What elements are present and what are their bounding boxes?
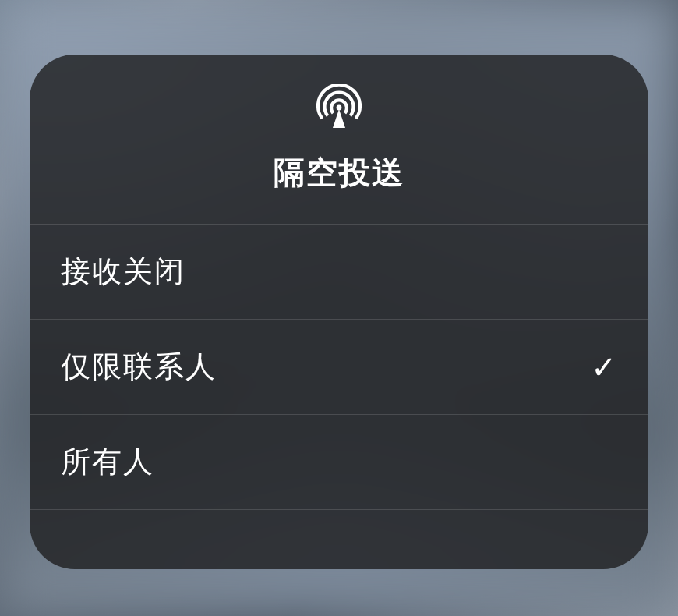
panel-header: 隔空投送 bbox=[30, 55, 648, 225]
airdrop-settings-panel: 隔空投送 接收关闭 ✓ 仅限联系人 ✓ 所有人 ✓ bbox=[30, 55, 648, 569]
checkmark-icon: ✓ bbox=[591, 349, 617, 385]
airdrop-icon bbox=[316, 84, 362, 131]
option-label: 接收关闭 bbox=[61, 252, 185, 292]
option-everyone[interactable]: 所有人 ✓ bbox=[30, 415, 648, 510]
option-receiving-off[interactable]: 接收关闭 ✓ bbox=[30, 225, 648, 320]
panel-title: 隔空投送 bbox=[274, 151, 404, 194]
option-label: 所有人 bbox=[61, 442, 154, 482]
option-label: 仅限联系人 bbox=[61, 347, 217, 387]
option-contacts-only[interactable]: 仅限联系人 ✓ bbox=[30, 320, 648, 415]
options-list: 接收关闭 ✓ 仅限联系人 ✓ 所有人 ✓ bbox=[30, 225, 648, 569]
